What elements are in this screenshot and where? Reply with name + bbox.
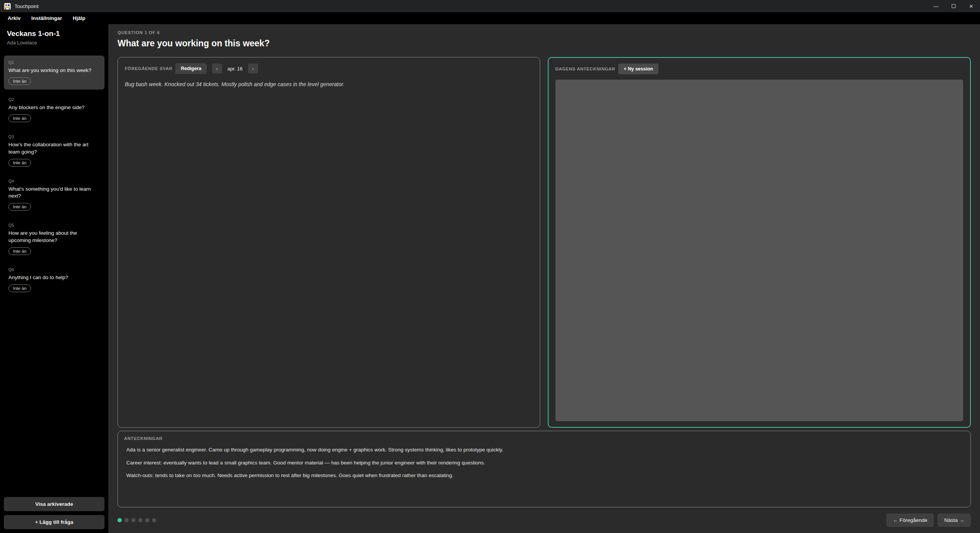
question-id: Q6 [8, 267, 100, 272]
sidebar-spacer [4, 300, 105, 493]
page-title: What are you working on this week? [118, 38, 971, 49]
progress-dot [138, 518, 142, 522]
next-button[interactable]: Nästa → [938, 513, 971, 527]
question-text: What's something you'd like to learn nex… [8, 186, 100, 199]
close-icon: ✕ [969, 3, 973, 9]
app-window: Touchpoint — ✕ Arkiv Inställningar Hjälp… [0, 0, 980, 533]
status-badge: Inte än [8, 77, 31, 85]
question-id: Q5 [8, 223, 100, 227]
status-badge: Inte än [8, 114, 31, 122]
maximize-button[interactable] [945, 0, 962, 12]
titlebar: Touchpoint — ✕ [0, 0, 980, 12]
sidebar-item-q1[interactable]: Q1 What are you working on this week? In… [4, 56, 105, 90]
question-text: How's the collaboration with the art tea… [8, 141, 100, 155]
status-badge: Inte än [8, 284, 31, 292]
today-notes-header: DAGENS ANTECKNINGAR + Ny session [555, 64, 964, 74]
answer-date: apr. 16 [227, 66, 243, 72]
progress-dot [131, 518, 136, 522]
panels-row: FÖREGÅENDE SVAR Redigera ‹ apr. 16 › Bug… [118, 57, 971, 428]
person-notes-paragraph: Ada is a senior generalist engineer. Cam… [124, 446, 964, 454]
progress-dot [124, 518, 129, 522]
previous-button[interactable]: ← Föregående [886, 513, 934, 527]
person-notes-paragraph: Watch-outs: tends to take on too much. N… [124, 472, 964, 479]
menu-item-arkiv[interactable]: Arkiv [2, 13, 26, 23]
sidebar-header: Veckans 1-on-1 Ada Lovelace [4, 29, 105, 46]
sidebar-item-q5[interactable]: Q5 How are you feeling about the upcomin… [4, 218, 105, 259]
app-icon [4, 3, 11, 10]
previous-answer-text: Bug bash week. Knocked out 34 tickets. M… [125, 81, 533, 88]
question-list: Q1 What are you working on this week? In… [4, 56, 105, 300]
edit-button[interactable]: Redigera [175, 63, 207, 74]
menu-item-hjalp[interactable]: Hjälp [67, 13, 91, 23]
progress-dots [118, 518, 156, 522]
today-notes-panel: DAGENS ANTECKNINGAR + Ny session [548, 57, 971, 428]
previous-answer-header: FÖREGÅENDE SVAR Redigera ‹ apr. 16 › [125, 63, 533, 74]
previous-answer-label: FÖREGÅENDE SVAR [125, 66, 172, 71]
footer-buttons: ← Föregående Nästa → [886, 513, 971, 527]
progress-dot [145, 518, 149, 522]
question-id: Q4 [8, 179, 100, 183]
question-text: How are you feeling about the upcoming m… [8, 230, 100, 244]
person-name: Ada Lovelace [7, 40, 101, 46]
minimize-icon: — [934, 3, 939, 9]
sidebar-item-q2[interactable]: Q2 Any blockers on the engine side? Inte… [4, 93, 105, 127]
new-session-button[interactable]: + Ny session [618, 64, 658, 74]
main-panel: QUESTION 1 OF 6 What are you working on … [108, 24, 980, 533]
maximize-icon [952, 4, 956, 8]
person-notes-paragraph: Career interest: eventually wants to lea… [124, 459, 964, 467]
sidebar-item-q3[interactable]: Q3 How's the collaboration with the art … [4, 130, 105, 171]
sidebar: Veckans 1-on-1 Ada Lovelace Q1 What are … [0, 24, 108, 533]
status-badge: Inte än [8, 247, 31, 255]
close-button[interactable]: ✕ [962, 0, 980, 12]
show-archived-button[interactable]: Visa arkiverade [4, 497, 105, 511]
sidebar-item-q6[interactable]: Q6 Anything I can do to help? Inte än [4, 263, 105, 297]
today-notes-label: DAGENS ANTECKNINGAR [555, 67, 616, 71]
question-counter: QUESTION 1 OF 6 [118, 30, 971, 35]
question-id: Q2 [8, 97, 100, 102]
minimize-button[interactable]: — [927, 0, 945, 12]
menu-bar: Arkiv Inställningar Hjälp [0, 12, 980, 24]
add-question-button[interactable]: + Lägg till fråga [4, 515, 105, 529]
window-controls: — ✕ [927, 0, 980, 12]
session-notes-textarea[interactable] [555, 80, 964, 421]
content-area: Veckans 1-on-1 Ada Lovelace Q1 What are … [0, 24, 980, 533]
person-notes-panel: ANTECKNINGAR Ada is a senior generalist … [118, 431, 971, 507]
menu-item-installningar[interactable]: Inställningar [26, 13, 67, 23]
chevron-right-icon: › [252, 66, 254, 72]
progress-dot [152, 518, 156, 522]
question-id: Q1 [8, 60, 100, 65]
question-text: Anything I can do to help? [8, 274, 100, 281]
meeting-title: Veckans 1-on-1 [7, 29, 101, 38]
main-footer: ← Föregående Nästa → [118, 513, 971, 527]
question-text: Any blockers on the engine side? [8, 104, 100, 111]
sidebar-item-q4[interactable]: Q4 What's something you'd like to learn … [4, 174, 105, 215]
question-id: Q3 [8, 134, 100, 139]
prev-date-button[interactable]: ‹ [212, 64, 222, 74]
person-notes-label: ANTECKNINGAR [124, 436, 964, 441]
window-title: Touchpoint [15, 3, 39, 9]
status-badge: Inte än [8, 159, 31, 167]
chevron-left-icon: ‹ [216, 66, 218, 72]
question-text: What are you working on this week? [8, 67, 100, 74]
status-badge: Inte än [8, 203, 31, 211]
progress-dot-active [118, 518, 122, 522]
next-date-button[interactable]: › [248, 64, 258, 74]
previous-answer-panel: FÖREGÅENDE SVAR Redigera ‹ apr. 16 › Bug… [118, 57, 540, 428]
